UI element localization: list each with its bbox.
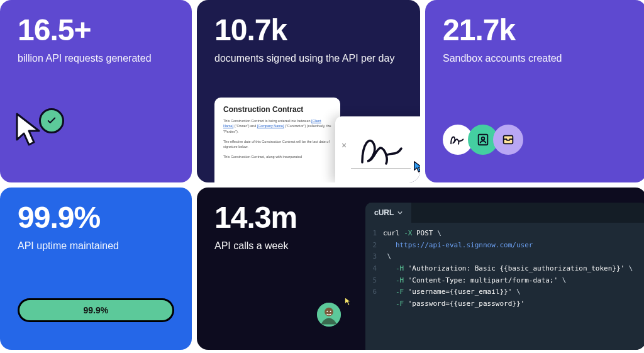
stat-label: documents signed using the API per day — [214, 52, 402, 65]
check-icon — [39, 108, 64, 133]
stat-label: billion API requests generated — [18, 52, 174, 65]
stat-label: API calls a week — [214, 239, 353, 253]
close-icon: × — [341, 140, 347, 150]
stat-card-sandbox: 21.7k Sandbox accounts created — [425, 0, 644, 182]
svg-point-5 — [326, 311, 328, 312]
code-tab-curl[interactable]: cURL — [365, 203, 411, 223]
svg-point-6 — [330, 311, 331, 312]
stat-card-api-calls: 14.3m API calls a week cURL 1curl -X POS… — [197, 188, 644, 350]
cursor-illustration — [15, 112, 84, 169]
code-line: 3 \ — [365, 251, 644, 263]
stat-card-documents-signed: 10.7k documents signed using the API per… — [197, 0, 420, 182]
uptime-progress: 99.9% — [18, 298, 174, 322]
stat-label: Sandbox accounts created — [443, 52, 629, 65]
doc-paragraph: This Construction Contract is being ente… — [223, 118, 331, 134]
svg-point-1 — [482, 137, 485, 140]
cursor-icon — [343, 296, 355, 307]
inbox-badge-icon — [493, 125, 523, 155]
stat-value: 16.5+ — [18, 15, 174, 45]
badge-row — [443, 125, 518, 155]
code-line: 4 -H 'Authorization: Basic {{basic_autho… — [365, 263, 644, 275]
stat-label: API uptime maintained — [18, 239, 174, 253]
cursor-icon — [413, 160, 420, 174]
document-illustration: Construction Contract This Construction … — [214, 91, 420, 182]
stat-value: 99.9% — [18, 203, 174, 233]
signature-icon — [356, 131, 413, 169]
code-line: -F 'password={{user_password}}' — [365, 298, 644, 310]
uptime-progress-fill: 99.9% — [19, 300, 172, 320]
doc-title: Construction Contract — [223, 105, 331, 114]
stat-card-api-requests: 16.5+ billion API requests generated — [0, 0, 192, 182]
code-line: 2 https://api-eval.signnow.com/user — [365, 240, 644, 252]
stat-card-uptime: 99.9% API uptime maintained 99.9% — [0, 188, 192, 350]
chevron-down-icon — [397, 210, 402, 215]
doc-paragraph: The effective date of this Construction … — [223, 139, 331, 150]
code-window: cURL 1curl -X POST \2 https://api-eval.s… — [365, 203, 644, 350]
stat-value: 21.7k — [443, 15, 629, 45]
code-line: 1curl -X POST \ — [365, 228, 644, 240]
signature-panel: × — [335, 116, 420, 182]
code-body: 1curl -X POST \2 https://api-eval.signno… — [365, 223, 644, 350]
avatar — [315, 301, 343, 328]
stat-value: 14.3m — [214, 203, 353, 233]
stat-value: 10.7k — [214, 15, 402, 45]
doc-paragraph: This Construction Contract, along with i… — [223, 154, 331, 159]
code-line: 6 -F 'username={{user_email}}' \ — [365, 286, 644, 298]
code-line: 5 -H 'Content-Type: multipart/form-data;… — [365, 275, 644, 287]
code-tabs: cURL — [365, 203, 644, 223]
